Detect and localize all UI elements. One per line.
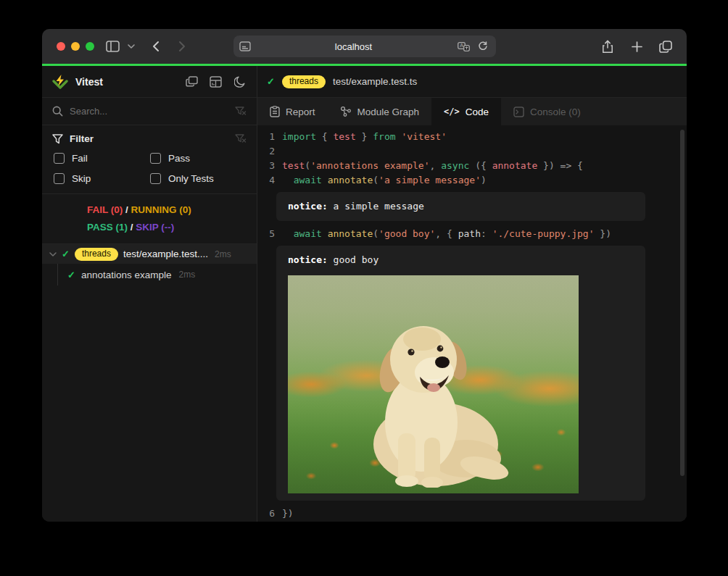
code-scrollbar[interactable]: [680, 130, 684, 476]
address-bar[interactable]: localhost A: [233, 36, 496, 57]
checkbox-icon: [150, 173, 161, 184]
minimize-window-button[interactable]: [71, 42, 80, 51]
tab-overview-icon: [659, 41, 672, 53]
sidebar-toggle-icon: [106, 41, 120, 52]
new-tab-button[interactable]: [626, 36, 648, 57]
search-icon: [52, 106, 63, 117]
reload-button[interactable]: [476, 39, 490, 54]
filter-section: Filter Fail Pass: [42, 125, 257, 194]
code-line: 3test('annotations example', async ({ an…: [257, 159, 687, 173]
app-title: Vitest: [75, 76, 103, 88]
module-graph-icon: [340, 106, 352, 117]
chevron-down-icon: [128, 44, 135, 49]
new-tab-icon: [632, 41, 642, 52]
clear-filter-icon[interactable]: [235, 134, 247, 144]
tab-overview-button[interactable]: [655, 36, 677, 57]
panel-tabs: Report Module Graph <: [257, 98, 687, 125]
console-icon: [513, 107, 524, 117]
test-tree: ✓ threads test/example.test.... 2ms ✓ an…: [42, 244, 257, 522]
test-file-duration: 2ms: [215, 249, 231, 259]
browser-window: localhost A: [42, 29, 687, 522]
collapse-panels-button[interactable]: [184, 75, 199, 89]
cute-puppy-image: [288, 275, 579, 493]
filter-checkbox-skip[interactable]: Skip: [54, 173, 150, 184]
tab-code[interactable]: </> Code: [431, 98, 501, 125]
zoom-window-button[interactable]: [86, 42, 94, 51]
sidebar: Vitest: [42, 66, 257, 522]
code-line: 2: [257, 144, 687, 159]
filter-checkbox-pass[interactable]: Pass: [150, 153, 247, 164]
browser-toolbar: localhost A: [42, 29, 687, 64]
sidebar-header: Vitest: [42, 66, 257, 98]
pool-badge: threads: [75, 248, 118, 261]
sidebar-menu-button[interactable]: [125, 36, 138, 57]
chevron-down-icon: [49, 252, 57, 256]
code-line: 7: [257, 521, 687, 522]
translate-button[interactable]: A: [457, 39, 471, 54]
checkbox-icon: [54, 173, 65, 184]
test-case-name: annotations example: [81, 270, 172, 280]
pass-check-icon: ✓: [267, 76, 275, 87]
test-status-summary: FAIL (0) / RUNNING (0) PASS (1) / SKIP (…: [42, 194, 257, 244]
code-line: 4 await annotate('a simple message'): [257, 173, 687, 188]
share-icon: [602, 40, 613, 54]
open-file-name: test/example.test.ts: [333, 76, 417, 87]
forward-icon: [178, 41, 186, 52]
traffic-lights: [57, 42, 94, 51]
code-line: 6}): [257, 506, 687, 521]
test-case-duration: 2ms: [179, 270, 196, 280]
back-icon: [152, 41, 160, 52]
translate-icon: A: [458, 42, 470, 51]
close-window-button[interactable]: [57, 42, 65, 51]
vitest-logo-icon: [52, 74, 68, 89]
search-input[interactable]: [70, 106, 228, 117]
page-icon: [239, 41, 251, 51]
filter-checkbox-fail[interactable]: Fail: [54, 153, 150, 164]
tab-module-graph[interactable]: Module Graph: [328, 98, 432, 125]
share-button[interactable]: [597, 36, 619, 57]
pool-badge: threads: [282, 75, 326, 88]
checkbox-icon: [54, 153, 65, 164]
test-case-row[interactable]: ✓ annotations example 2ms: [58, 264, 257, 285]
moon-icon: [234, 76, 245, 88]
test-file-row[interactable]: ✓ threads test/example.test.... 2ms: [42, 244, 257, 264]
status-line-2: PASS (1) / SKIP (--): [87, 219, 257, 236]
back-button[interactable]: [145, 36, 167, 57]
report-icon: [270, 106, 280, 117]
puppy-illustration: [350, 317, 517, 488]
search-row: [42, 98, 257, 125]
filter-icon: [52, 134, 63, 144]
code-line: 5 await annotate('good boy', { path: './…: [257, 227, 687, 241]
file-header: ✓ threads test/example.test.ts: [257, 66, 687, 98]
dark-mode-toggle[interactable]: [232, 75, 247, 89]
test-file-name: test/example.test....: [123, 249, 208, 259]
panels-icon: [186, 76, 198, 87]
forward-button[interactable]: [171, 36, 193, 57]
checkbox-icon: [150, 153, 161, 164]
svg-text:A: A: [460, 43, 463, 48]
reload-icon: [478, 41, 488, 51]
pass-check-icon: ✓: [67, 270, 75, 280]
annotation-notice-message: notice: a simple message: [276, 192, 645, 221]
tab-report[interactable]: Report: [257, 98, 328, 125]
tab-console[interactable]: Console (0): [501, 98, 593, 125]
annotation-notice-image: notice: good boy: [276, 246, 645, 501]
dashboard-icon: [210, 76, 222, 88]
status-line-1: FAIL (0) / RUNNING (0): [87, 201, 257, 219]
sidebar-toggle-button[interactable]: [102, 36, 123, 57]
clear-search-filter-icon[interactable]: [235, 107, 247, 117]
pass-check-icon: ✓: [62, 249, 70, 259]
code-line: 1import { test } from 'vitest': [257, 130, 687, 144]
filter-checkbox-only-tests[interactable]: Only Tests: [150, 173, 247, 184]
filter-title: Filter: [70, 133, 94, 144]
main-panel: ✓ threads test/example.test.ts Report: [257, 66, 687, 522]
code-editor: 1import { test } from 'vitest' 2 3test('…: [257, 125, 687, 522]
code-icon: </>: [444, 107, 460, 117]
url-text: localhost: [251, 41, 457, 52]
dashboard-button[interactable]: [208, 75, 223, 89]
